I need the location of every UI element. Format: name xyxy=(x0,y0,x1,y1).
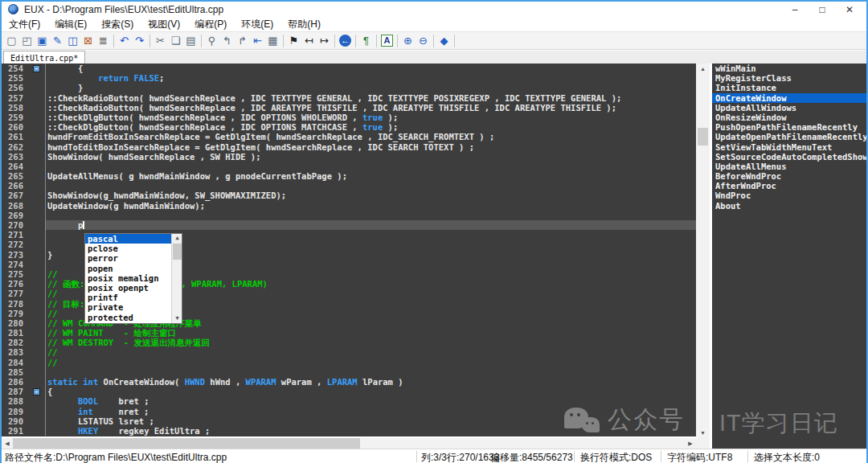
cut-icon[interactable]: ✂ xyxy=(153,33,168,48)
editor-vertical-scrollbar[interactable]: ▲ ▼ xyxy=(696,64,710,438)
menu-item[interactable]: 帮助(H) xyxy=(280,18,328,31)
function-list-item[interactable]: WndProc xyxy=(712,191,866,200)
doc-list-icon[interactable]: ≣ xyxy=(96,33,111,48)
autocomplete-item[interactable]: private xyxy=(85,302,182,312)
copy-icon[interactable]: ❏ xyxy=(168,33,183,48)
scroll-right-icon[interactable]: ▶ xyxy=(685,438,696,449)
menu-item[interactable]: 搜索(S) xyxy=(94,18,141,31)
function-list-item[interactable]: AfterWndProc xyxy=(712,181,866,191)
zoom-in-icon[interactable]: ⊕ xyxy=(400,33,416,48)
function-list-item[interactable]: wWinMain xyxy=(712,64,866,73)
autocomplete-item[interactable]: pascal xyxy=(85,234,182,244)
fold-collapse-icon[interactable]: - xyxy=(33,65,40,72)
autocomplete-item[interactable]: perror xyxy=(85,253,182,263)
scroll-down-icon[interactable]: ▼ xyxy=(696,428,710,438)
back-icon[interactable]: ← xyxy=(339,35,351,47)
autocomplete-item[interactable]: popen xyxy=(85,264,182,273)
about-icon[interactable]: ◆ xyxy=(436,33,452,48)
save-as-icon[interactable]: ✎ xyxy=(50,33,65,48)
close-file-icon[interactable]: ⊠ xyxy=(80,33,96,48)
function-list-item[interactable]: OnCreateWindow xyxy=(712,93,866,103)
code-line[interactable]: 281// WM_PAINT - 绘制主窗口 xyxy=(2,328,696,338)
autocomplete-item[interactable]: posix_memalign xyxy=(85,273,182,283)
save-all-icon[interactable]: ◫ xyxy=(65,33,80,48)
code-line[interactable]: 283// xyxy=(2,347,696,357)
code-line[interactable]: 261hwndFromEditBoxInSearchReplace = GetD… xyxy=(2,132,696,141)
code-line[interactable]: 258::CheckRadioButton( hwndSearchReplace… xyxy=(2,103,696,113)
save-icon[interactable]: ▣ xyxy=(35,33,50,48)
status-bar: 路径文件名:D:\Program Files\EUX\test\EditUltr… xyxy=(2,449,866,463)
scroll-left-icon[interactable]: ◀ xyxy=(2,438,13,449)
new-file-icon[interactable]: ▢ xyxy=(4,33,19,48)
code-line[interactable]: 285 xyxy=(2,367,696,377)
popup-scroll-up-icon[interactable]: ▲ xyxy=(172,234,182,243)
popup-scroll-thumb[interactable] xyxy=(173,244,182,260)
function-list-item[interactable]: SetSourceCodeAutoCompletedShowA xyxy=(712,152,866,162)
scroll-up-icon[interactable]: ▲ xyxy=(696,64,710,74)
next-bookmark-icon[interactable]: ↦ xyxy=(317,33,332,48)
function-list-item[interactable]: PushOpenPathFilenameRecently xyxy=(712,122,866,132)
find-icon[interactable]: ⚲ xyxy=(204,33,219,48)
code-line[interactable]: 255 return FALSE; xyxy=(2,73,696,83)
horizontal-scroll-thumb[interactable] xyxy=(13,438,360,449)
fold-collapse-icon[interactable]: - xyxy=(33,388,40,395)
code-line[interactable]: 265UpdateAllMenus( g_hwndMainWindow , g_… xyxy=(2,171,696,181)
code-line[interactable]: 254- { xyxy=(2,64,696,73)
code-line[interactable]: 287-{ xyxy=(2,387,696,396)
code-line[interactable]: 264 xyxy=(2,162,696,171)
menu-item[interactable]: 视图(V) xyxy=(141,18,187,31)
function-list-item[interactable]: About xyxy=(712,201,866,211)
autocomplete-item[interactable]: protected xyxy=(85,313,182,322)
menu-item[interactable]: 文件(F) xyxy=(2,18,47,31)
replace-icon[interactable]: ▦ xyxy=(265,33,280,48)
function-list-item[interactable]: SetViewTabWidthMenuText xyxy=(712,142,866,152)
close-button[interactable]: ✕ xyxy=(836,2,863,18)
function-list-item[interactable]: UpdateAllWindows xyxy=(712,103,866,113)
function-list-item[interactable]: InitInstance xyxy=(712,83,866,92)
code-line[interactable]: 257::CheckRadioButton( hwndSearchReplace… xyxy=(2,93,696,103)
bookmark-icon[interactable]: ⚑ xyxy=(286,33,301,48)
syntax-highlight-icon[interactable]: A xyxy=(381,35,393,47)
code-line[interactable]: 260::CheckDlgButton( hwndSearchReplace ,… xyxy=(2,122,696,132)
prev-bookmark-icon[interactable]: ↤ xyxy=(301,33,317,48)
redo-icon[interactable]: ↷ xyxy=(132,33,147,48)
code-line[interactable]: 270 p xyxy=(2,220,696,230)
function-list-item[interactable]: MyRegisterClass xyxy=(712,73,866,83)
code-line[interactable]: 256 } xyxy=(2,83,696,92)
autocomplete-item[interactable]: printf xyxy=(85,293,182,302)
undo-icon[interactable]: ↶ xyxy=(117,33,132,48)
code-line[interactable]: 266 xyxy=(2,181,696,191)
paste-icon[interactable]: ▤ xyxy=(183,33,199,48)
function-list-item[interactable]: UpdateAllMenus xyxy=(712,162,866,171)
zoom-out-icon[interactable]: ⊖ xyxy=(416,33,431,48)
autocomplete-item[interactable]: pclose xyxy=(85,244,182,253)
function-list-item[interactable]: UpdateOpenPathFilenameRecently xyxy=(712,132,866,141)
code-line[interactable]: 282// WM_DESTROY - 发送退出消息并返回 xyxy=(2,338,696,347)
popup-scrollbar[interactable]: ▲ ▼ xyxy=(171,234,182,323)
vertical-scroll-thumb[interactable] xyxy=(698,128,708,145)
menu-item[interactable]: 编辑(E) xyxy=(47,18,94,31)
code-line[interactable]: 259::CheckDlgButton( hwndSearchReplace ,… xyxy=(2,113,696,122)
editor-horizontal-scrollbar[interactable]: ◀ ▶ xyxy=(2,438,696,449)
line-endings-icon[interactable]: ¶ xyxy=(358,33,374,48)
code-line[interactable]: 286static int OnCreateWindow( HWND hWnd … xyxy=(2,377,696,387)
code-line[interactable]: 262hwndToEditBoxInSearchReplace = GetDlg… xyxy=(2,142,696,152)
find-next-icon[interactable]: ↱ xyxy=(235,33,250,48)
code-line[interactable]: 284// xyxy=(2,358,696,367)
open-file-icon[interactable]: ◰ xyxy=(19,33,35,48)
autocomplete-item[interactable]: posix_openpt xyxy=(85,283,182,293)
function-list-item[interactable]: OnResizeWindow xyxy=(712,113,866,122)
menu-item[interactable]: 环境(E) xyxy=(234,18,280,31)
menu-item[interactable]: 编程(P) xyxy=(187,18,234,31)
find-prev-icon[interactable]: ↰ xyxy=(219,33,235,48)
code-line[interactable]: 263ShowWindow( hwndSearchReplace , SW_HI… xyxy=(2,152,696,162)
popup-scroll-down-icon[interactable]: ▼ xyxy=(172,314,182,323)
maximize-button[interactable]: □ xyxy=(809,2,836,18)
goto-line-icon[interactable]: ⇤ xyxy=(250,33,265,48)
code-line[interactable]: 269 xyxy=(2,211,696,220)
function-list-panel[interactable]: wWinMainMyRegisterClassInitInstanceOnCre… xyxy=(710,64,866,449)
function-list-item[interactable]: BeforeWndProc xyxy=(712,171,866,181)
minimize-button[interactable]: – xyxy=(781,2,809,18)
code-line[interactable]: 267ShowWindow(g_hwndMainWindow, SW_SHOWM… xyxy=(2,191,696,200)
code-line[interactable]: 268UpdateWindow(g_hwndMainWindow); xyxy=(2,201,696,211)
